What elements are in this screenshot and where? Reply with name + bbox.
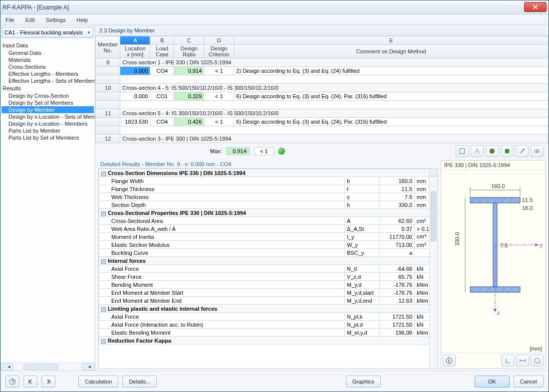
toolbar-btn-3[interactable] [486, 145, 499, 157]
col-ratio[interactable]: DesignRatio [174, 45, 204, 58]
menu-help[interactable]: Help [74, 16, 90, 24]
cell[interactable]: CO4 [150, 118, 174, 126]
help-button[interactable]: ? [5, 376, 19, 388]
details-group[interactable]: −Internal forces [99, 257, 437, 265]
tree-hscroll[interactable]: ◄► [0, 363, 95, 371]
tree-design-member[interactable]: Design by Member [1, 106, 94, 113]
tree-eff-len-members[interactable]: Effective Lengths - Members [1, 70, 94, 77]
tree-cross-sections[interactable]: Cross-Sections [1, 63, 94, 70]
details-label: Axial Force (Interaction acc. to Rubin) [99, 321, 345, 329]
svg-line-39 [539, 363, 541, 364]
row-hdr[interactable] [96, 118, 120, 126]
details-value: 196.08 [380, 329, 415, 337]
tree-input-data[interactable]: Input Data [1, 41, 94, 49]
col-member-no[interactable]: MemberNo. [96, 36, 120, 58]
group-row[interactable]: Cross-section 4 - 5: IS 500/150/10.2/16/… [120, 84, 549, 92]
details-label: Flange Width [99, 177, 345, 185]
results-grid[interactable]: MemberNo. A B C D E Locationx [mm] LoadC… [95, 36, 549, 143]
graphics-button[interactable]: Graphics [346, 376, 381, 388]
details-group[interactable]: −Cross-Section Dimensions IPE 330 | DIN … [99, 169, 437, 177]
cell[interactable]: 0.000 [120, 67, 150, 75]
cs-info-button[interactable]: i [443, 355, 456, 367]
cs-print-button[interactable] [531, 355, 544, 367]
details-group[interactable]: −Limiting plastic and elastic internal f… [99, 305, 437, 313]
row-hdr[interactable] [96, 126, 120, 135]
row-hdr[interactable] [96, 92, 120, 101]
details-title: Detailed Results - Member No. 9 - x: 0.0… [98, 160, 438, 168]
toolbar-btn-5[interactable] [516, 145, 529, 157]
tree-design-xloc-sets[interactable]: Design by x-Location - Sets of Members [1, 113, 94, 120]
cell[interactable]: 2) Design according to Eq. (3) and Eq. (… [234, 67, 549, 75]
cell[interactable]: CO1 [150, 92, 174, 101]
tree-general-data[interactable]: General Data [1, 49, 94, 56]
col-c[interactable]: C [174, 36, 204, 45]
cell[interactable]: 0.426 [174, 118, 204, 126]
details-symbol: I_y [345, 233, 380, 241]
toolbar-btn-2[interactable] [471, 145, 484, 157]
cell[interactable]: < 1 [204, 118, 234, 126]
tree-parts-sets[interactable]: Parts List by Set of Members [1, 134, 94, 141]
menu-settings[interactable]: Settings [44, 16, 68, 24]
empty-row[interactable] [120, 75, 549, 84]
col-comment[interactable]: Comment on Design Method [234, 45, 549, 58]
details-button[interactable]: Details... [122, 376, 157, 388]
svg-marker-34 [494, 309, 497, 312]
cs-axes-button[interactable] [502, 355, 515, 367]
details-group[interactable]: −Reduction Factor Kappa [99, 337, 437, 345]
empty-row[interactable] [120, 101, 549, 109]
tree-materials[interactable]: Materials [1, 56, 94, 63]
col-a[interactable]: A [120, 36, 150, 45]
col-d[interactable]: D [204, 36, 234, 45]
ok-button[interactable]: OK [475, 376, 510, 388]
toolbar-btn-1[interactable] [456, 145, 469, 157]
next-button[interactable] [41, 376, 55, 388]
menu-edit[interactable]: Edit [23, 16, 37, 24]
tree-design-set[interactable]: Design by Set of Members [1, 99, 94, 106]
cell[interactable]: CO4 [150, 67, 174, 75]
row-hdr[interactable]: 10 [96, 84, 120, 92]
empty-row[interactable] [120, 126, 549, 135]
cell[interactable]: < 1 [204, 92, 234, 101]
tree-parts-member[interactable]: Parts List by Member [1, 127, 94, 134]
cell[interactable]: 0.329 [174, 92, 204, 101]
tree-design-cs[interactable]: Design by Cross-Section [1, 92, 94, 99]
cell[interactable]: 6) Design according to Eq. (3) and Eq. (… [234, 92, 549, 101]
row-hdr[interactable] [96, 101, 120, 109]
group-row[interactable]: Cross-section 5 - 4: IS 300/150/10.2/16/… [120, 109, 549, 118]
cs-dims-button[interactable] [516, 355, 529, 367]
calculation-button[interactable]: Calculation [78, 376, 118, 388]
tree-eff-len-sets[interactable]: Effective Lengths - Sets of Members [1, 77, 94, 84]
menu-file[interactable]: File [3, 16, 16, 24]
col-loadcase[interactable]: LoadCase [150, 45, 174, 58]
group-row[interactable]: Cross-section 3 - IPE 300 | DIN 1025-5:1… [120, 135, 549, 143]
svg-point-4 [535, 150, 540, 153]
col-location[interactable]: Locationx [mm] [120, 45, 150, 58]
cell[interactable]: < 1 [204, 67, 234, 75]
cell[interactable]: 1823.530 [120, 118, 150, 126]
tree-design-xloc-members[interactable]: Design by x-Location - Members [1, 120, 94, 127]
row-hdr[interactable]: 12 [96, 135, 120, 143]
toolbar-btn-6[interactable] [531, 145, 544, 157]
col-e[interactable]: E [234, 36, 549, 45]
group-row[interactable]: Cross-section 1 - IPE 330 | DIN 1025-5:1… [120, 58, 549, 67]
svg-point-2 [491, 150, 493, 152]
col-b[interactable]: B [150, 36, 174, 45]
details-table[interactable]: −Cross-Section Dimensions IPE 330 | DIN … [99, 169, 437, 345]
row-hdr[interactable] [96, 67, 120, 75]
cell[interactable]: 6) Design according to Eq. (3) and Eq. (… [234, 118, 549, 126]
analysis-case-combo[interactable]: CA1 - Flexural buckling analysis ▼ [2, 27, 93, 38]
cell[interactable]: 0.914 [174, 67, 204, 75]
close-button[interactable] [524, 2, 547, 12]
col-criterion[interactable]: DesignCriterion [204, 45, 234, 58]
cancel-button[interactable]: Cancel [514, 376, 544, 388]
cell[interactable]: 0.000 [120, 92, 150, 101]
details-group[interactable]: −Cross-Sectional Properties IPE 330 | DI… [99, 209, 437, 217]
row-hdr[interactable]: 11 [96, 109, 120, 118]
details-scrollbar[interactable] [429, 169, 437, 368]
tree-results[interactable]: Results [1, 84, 94, 92]
toolbar-btn-4[interactable] [501, 145, 514, 157]
row-hdr[interactable]: 9 [96, 58, 120, 67]
details-value: 12.63 [380, 297, 415, 305]
row-hdr[interactable] [96, 75, 120, 84]
prev-button[interactable] [23, 376, 37, 388]
